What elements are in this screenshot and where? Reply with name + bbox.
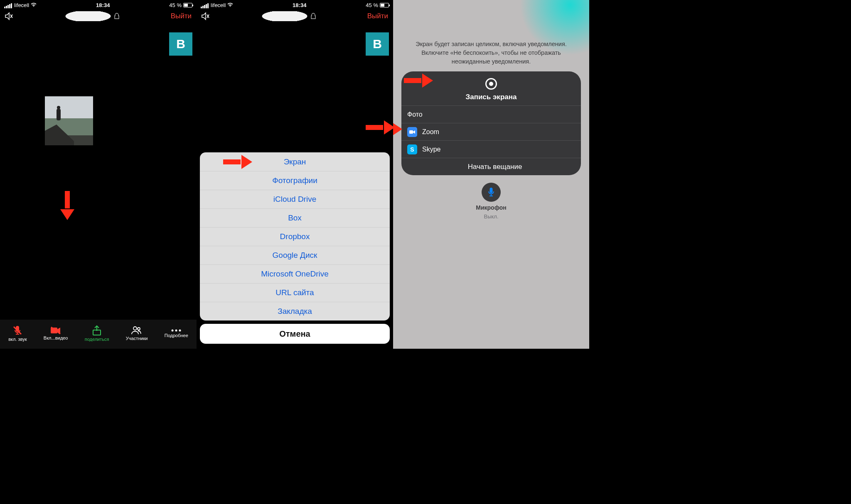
- status-bar: lifecell 18:34 45 %: [0, 0, 197, 8]
- share-option-bookmark[interactable]: Закладка: [200, 302, 390, 321]
- participant-tile: В: [169, 32, 192, 56]
- status-right: 45 %: [169, 2, 192, 8]
- record-icon: [485, 78, 497, 90]
- video-muted-icon: [50, 326, 61, 335]
- mic-label: Микрофон: [476, 204, 506, 211]
- share-option-icloud[interactable]: iCloud Drive: [200, 190, 390, 208]
- skype-app-icon: S: [407, 144, 417, 154]
- record-target-photos[interactable]: Фото: [401, 105, 581, 123]
- zoom-app-icon: [407, 127, 417, 137]
- share-option-google-drive[interactable]: Google Диск: [200, 246, 390, 264]
- call-topbar: Выйти: [197, 8, 393, 24]
- mic-state: Выкл.: [484, 213, 498, 220]
- svg-point-3: [138, 328, 140, 330]
- cancel-button[interactable]: Отмена: [200, 324, 390, 344]
- participant-tile: В: [366, 32, 389, 56]
- share-option-label: Microsoft OneDrive: [261, 269, 329, 279]
- call-topbar: Выйти: [0, 8, 197, 24]
- svg-point-2: [133, 327, 137, 330]
- redacted-name: [65, 11, 111, 21]
- status-time: 18:34: [293, 2, 306, 8]
- wifi-icon: [31, 3, 37, 7]
- screenshot-panel-2: lifecell 18:34 45 % Выйти В Экран Фотогр…: [197, 0, 393, 349]
- participant-initial: В: [373, 37, 382, 51]
- record-target-skype[interactable]: S Skype: [401, 140, 581, 158]
- carrier-label: lifecell: [211, 2, 226, 8]
- share-option-url[interactable]: URL сайта: [200, 283, 390, 302]
- annotation-arrow-right-icon: [223, 155, 252, 169]
- wifi-icon: [227, 3, 233, 7]
- share-option-label: iCloud Drive: [273, 195, 316, 204]
- share-icon: [92, 325, 102, 336]
- nav-participants[interactable]: Участники: [126, 326, 148, 341]
- bottom-nav: вкл. звук Вкл...видео поделиться Участни…: [0, 320, 197, 349]
- nav-audio[interactable]: вкл. звук: [8, 325, 27, 342]
- mic-circle-icon: [482, 183, 501, 202]
- status-left: lifecell: [201, 2, 233, 8]
- svg-point-4: [172, 330, 174, 332]
- annotation-arrow-right-icon: [393, 122, 402, 136]
- participants-icon: [131, 326, 143, 335]
- signal-icon: [4, 2, 12, 8]
- battery-icon: [183, 3, 192, 7]
- share-option-label: Фотографии: [272, 176, 317, 185]
- battery-pct: 45 %: [169, 2, 182, 8]
- signal-icon: [201, 2, 209, 8]
- recording-notice: Экран будет записан целиком, включая уве…: [410, 40, 573, 66]
- nav-more-label: Подробнее: [165, 333, 188, 338]
- share-option-label: Google Диск: [273, 251, 317, 260]
- cancel-label: Отмена: [279, 329, 310, 339]
- more-icon: [171, 329, 182, 332]
- status-left: lifecell: [4, 2, 37, 8]
- lock-icon: [311, 13, 316, 19]
- share-option-label: Box: [288, 213, 302, 223]
- annotation-arrow-right-icon: [366, 120, 393, 135]
- start-broadcast-button[interactable]: Начать вещание: [401, 158, 581, 175]
- share-option-dropbox[interactable]: Dropbox: [200, 227, 390, 246]
- screen-record-card: Запись экрана Фото ✓ Zoom S Skype Начать…: [401, 71, 581, 175]
- share-option-label: Dropbox: [280, 232, 310, 241]
- record-target-zoom[interactable]: ✓ Zoom: [401, 123, 581, 140]
- share-option-photos[interactable]: Фотографии: [200, 171, 390, 190]
- nav-more[interactable]: Подробнее: [165, 329, 188, 338]
- leave-button[interactable]: Выйти: [171, 12, 192, 20]
- nav-share-label: поделиться: [85, 337, 109, 342]
- battery-pct: 45 %: [366, 2, 378, 8]
- svg-rect-9: [409, 130, 413, 134]
- mic-muted-icon: [12, 325, 23, 336]
- svg-point-5: [175, 330, 177, 332]
- nav-share[interactable]: поделиться: [85, 325, 109, 342]
- battery-icon: [380, 3, 389, 7]
- share-option-label: Экран: [284, 157, 306, 166]
- share-option-label: URL сайта: [275, 288, 314, 297]
- nav-video-label: Вкл...видео: [44, 335, 68, 340]
- screenshot-panel-3: Экран будет записан целиком, включая уве…: [393, 0, 589, 349]
- share-option-screen[interactable]: Экран: [200, 152, 390, 171]
- record-target-label: Фото: [407, 111, 423, 118]
- meeting-title: [262, 11, 316, 21]
- share-action-sheet: Экран Фотографии iCloud Drive Box Dropbo…: [200, 152, 390, 321]
- speaker-muted-icon[interactable]: [202, 12, 211, 20]
- screenshot-panel-1: lifecell 18:34 45 % Выйти В вкл. звук Вк…: [0, 0, 197, 349]
- record-target-label: Skype: [422, 146, 440, 153]
- record-card-header: Запись экрана: [401, 71, 581, 105]
- nav-video[interactable]: Вкл...видео: [44, 326, 68, 340]
- microphone-toggle[interactable]: Микрофон Выкл.: [393, 183, 589, 220]
- status-right: 45 %: [366, 2, 389, 8]
- meeting-title: [65, 11, 119, 21]
- status-time: 18:34: [96, 2, 110, 8]
- share-option-box[interactable]: Box: [200, 208, 390, 227]
- share-option-onedrive[interactable]: Microsoft OneDrive: [200, 264, 390, 283]
- status-bar: lifecell 18:34 45 %: [197, 0, 393, 8]
- record-target-label: Zoom: [422, 128, 439, 136]
- leave-button[interactable]: Выйти: [367, 12, 388, 20]
- start-broadcast-label: Начать вещание: [468, 163, 522, 171]
- carrier-label: lifecell: [14, 2, 29, 8]
- redacted-name: [262, 11, 307, 21]
- nav-audio-label: вкл. звук: [8, 337, 27, 342]
- nav-participants-label: Участники: [126, 336, 148, 341]
- record-card-title: Запись экрана: [466, 93, 517, 101]
- svg-point-6: [179, 330, 181, 332]
- lock-icon: [114, 13, 119, 19]
- speaker-muted-icon[interactable]: [5, 12, 14, 20]
